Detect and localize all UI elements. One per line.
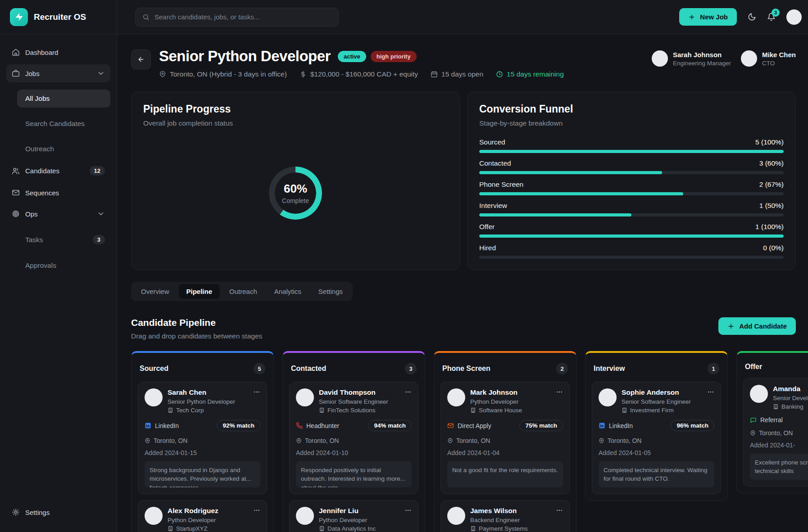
- candidate-title: Senior Python Developer: [168, 398, 235, 405]
- column-title: Contacted: [291, 365, 326, 373]
- user-avatar[interactable]: [786, 9, 802, 25]
- candidate-card[interactable]: Alex Rodriguez Python Developer StartupX…: [138, 500, 267, 532]
- notifications-button[interactable]: 3: [767, 13, 776, 21]
- column-count: 2: [556, 363, 568, 374]
- candidate-card[interactable]: Sarah Chen Senior Python Developer Tech …: [138, 382, 267, 494]
- zap-icon: [14, 12, 24, 22]
- sidebar-item-settings[interactable]: Settings: [6, 503, 110, 521]
- candidate-title: Senior Software Engineer: [622, 398, 691, 405]
- linkedin-icon: [145, 422, 151, 429]
- map-pin-icon: [750, 430, 756, 436]
- more-horizontal-icon: [253, 507, 260, 514]
- moon-icon: [748, 13, 756, 21]
- candidate-note: Responded positively to initial outreach…: [296, 461, 412, 487]
- job-days-open: 15 days open: [431, 70, 483, 78]
- clock-icon: [496, 71, 503, 78]
- avatar: [652, 50, 668, 67]
- candidate-name: Alex Rodriguez: [168, 507, 218, 515]
- funnel-stage-offer: Offer 1 (100%): [479, 223, 784, 238]
- notification-count-badge: 3: [772, 9, 780, 17]
- sidebar-item-all-jobs[interactable]: All Jobs: [17, 90, 110, 108]
- card-menu-button[interactable]: [707, 388, 714, 414]
- sidebar-item-label: Sequences: [25, 189, 59, 197]
- tab-overview[interactable]: Overview: [133, 284, 177, 299]
- sidebar-item-label: Settings: [25, 509, 50, 516]
- new-job-button[interactable]: New Job: [679, 8, 737, 26]
- tab-outreach[interactable]: Outreach: [222, 284, 265, 299]
- candidate-card[interactable]: Jennifer Liu Python Developer Data Analy…: [289, 500, 418, 532]
- candidate-added-date: Added 2024-01-05: [599, 449, 714, 456]
- search-input[interactable]: [154, 13, 331, 21]
- job-salary: $120,000 - $160,000 CAD + equity: [300, 70, 418, 78]
- building-icon: [319, 526, 325, 532]
- sidebar-item-approvals[interactable]: Approvals: [17, 257, 110, 275]
- column-count: 5: [254, 363, 265, 374]
- sidebar-item-jobs[interactable]: Jobs: [6, 64, 110, 82]
- brand-name: Recruiter OS: [34, 12, 86, 22]
- more-horizontal-icon: [707, 388, 714, 396]
- card-menu-button[interactable]: [404, 507, 412, 532]
- column-title: Sourced: [140, 365, 168, 373]
- candidate-card[interactable]: James Wilson Backend Engineer Payment Sy…: [440, 500, 570, 532]
- more-horizontal-icon: [556, 507, 563, 514]
- candidate-card[interactable]: David Thompson Senior Software Engineer …: [289, 382, 418, 494]
- sidebar-item-candidates[interactable]: Candidates12: [6, 161, 110, 180]
- candidate-card[interactable]: Amanda Senior Developer Banking Referral…: [743, 378, 808, 487]
- building-icon: [168, 407, 173, 413]
- card-menu-button[interactable]: [556, 507, 563, 532]
- users-icon: [12, 167, 20, 175]
- theme-toggle-button[interactable]: [748, 13, 756, 21]
- tab-pipeline[interactable]: Pipeline: [179, 284, 220, 299]
- add-candidate-button[interactable]: Add Candidate: [718, 317, 796, 335]
- building-icon: [470, 526, 476, 532]
- sidebar-item-search-candidates[interactable]: Search Candidates: [17, 115, 110, 133]
- candidate-company: Software House: [470, 407, 522, 414]
- avatar: [447, 507, 465, 525]
- sidebar-item-label: Candidates: [25, 167, 59, 175]
- main-content: Senior Python Developer activehigh prior…: [117, 34, 808, 532]
- candidate-note: Not a good fit for the role requirements…: [447, 461, 563, 487]
- building-icon: [319, 407, 325, 413]
- card-menu-button[interactable]: [556, 388, 563, 414]
- sidebar-item-outreach[interactable]: Outreach: [17, 140, 110, 158]
- candidate-company: Data Analytics Inc: [319, 525, 376, 532]
- plus-icon: [727, 323, 735, 330]
- avatar: [741, 50, 757, 67]
- app: Recruiter OS DashboardJobsAll JobsSearch…: [0, 0, 808, 532]
- brand: Recruiter OS: [0, 0, 117, 34]
- candidate-name: Sophie Anderson: [622, 388, 691, 397]
- more-horizontal-icon: [404, 507, 412, 514]
- sidebar-item-dashboard[interactable]: Dashboard: [6, 43, 110, 61]
- app-logo: [10, 8, 28, 26]
- candidate-location: Toronto, ON: [750, 429, 808, 437]
- kanban-board: Sourced 5 Sarah Chen Senior Python Devel…: [131, 351, 808, 532]
- card-menu-button[interactable]: [253, 507, 260, 532]
- building-icon: [470, 407, 476, 413]
- tab-analytics[interactable]: Analytics: [267, 284, 309, 299]
- candidate-source: LinkedIn: [145, 422, 179, 429]
- candidate-card[interactable]: Mark Johnson Python Developer Software H…: [440, 382, 570, 494]
- job-header: Senior Python Developer activehigh prior…: [131, 48, 796, 78]
- more-horizontal-icon: [556, 388, 563, 396]
- candidate-note: Strong background in Django and microser…: [145, 461, 260, 487]
- job-meta: Toronto, ON (Hybrid - 3 days in office) …: [159, 70, 564, 78]
- sidebar-item-tasks[interactable]: Tasks3: [17, 230, 110, 249]
- sidebar-item-sequences[interactable]: Sequences: [6, 184, 110, 202]
- sidebar-nav: DashboardJobsAll JobsSearch CandidatesOu…: [0, 34, 117, 497]
- card-menu-button[interactable]: [404, 388, 412, 414]
- briefcase-icon: [12, 69, 20, 77]
- kanban-column-contacted: Contacted 3 David Thompson Senior Softwa…: [282, 351, 425, 532]
- sidebar-item-ops[interactable]: Ops: [6, 205, 110, 223]
- candidate-note: Excellent phone screen, strong technical…: [750, 454, 808, 480]
- more-horizontal-icon: [253, 388, 260, 396]
- candidate-card[interactable]: Sophie Anderson Senior Software Engineer…: [592, 382, 721, 494]
- back-button[interactable]: [131, 50, 151, 69]
- tab-settings[interactable]: Settings: [311, 284, 350, 299]
- status-badge-active: active: [338, 51, 366, 62]
- card-menu-button[interactable]: [253, 388, 260, 414]
- candidate-added-date: Added 2024-01-15: [145, 449, 260, 456]
- search-box: [135, 8, 339, 27]
- conversion-funnel-card: Conversion Funnel Stage-by-stage breakdo…: [467, 92, 796, 270]
- sidebar-footer: Settings: [0, 497, 117, 532]
- column-title: Offer: [745, 363, 762, 371]
